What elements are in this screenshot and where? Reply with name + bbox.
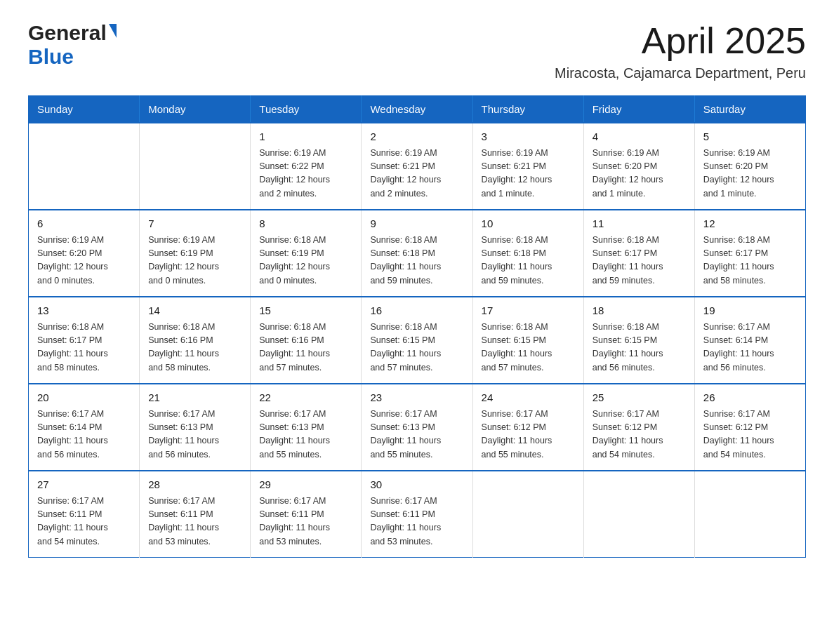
day-info: Sunrise: 6:17 AM Sunset: 6:11 PM Dayligh… [37, 495, 131, 549]
page-header: General Blue April 2025 Miracosta, Cajam… [28, 21, 806, 81]
weekday-header-tuesday: Tuesday [251, 96, 362, 123]
day-number: 17 [482, 303, 575, 319]
calendar-cell [472, 471, 583, 558]
day-number: 19 [703, 303, 797, 319]
calendar-header-row: SundayMondayTuesdayWednesdayThursdayFrid… [29, 96, 806, 123]
day-number: 18 [593, 303, 686, 319]
day-info: Sunrise: 6:19 AM Sunset: 6:19 PM Dayligh… [148, 234, 241, 288]
day-info: Sunrise: 6:18 AM Sunset: 6:17 PM Dayligh… [703, 234, 797, 288]
day-number: 26 [703, 390, 797, 406]
calendar-cell: 27Sunrise: 6:17 AM Sunset: 6:11 PM Dayli… [29, 471, 140, 558]
day-info: Sunrise: 6:17 AM Sunset: 6:11 PM Dayligh… [259, 495, 352, 549]
calendar-cell: 29Sunrise: 6:17 AM Sunset: 6:11 PM Dayli… [251, 471, 362, 558]
day-number: 14 [148, 303, 241, 319]
day-info: Sunrise: 6:17 AM Sunset: 6:11 PM Dayligh… [370, 495, 463, 549]
location-title: Miracosta, Cajamarca Department, Peru [555, 65, 806, 81]
day-info: Sunrise: 6:18 AM Sunset: 6:16 PM Dayligh… [148, 321, 241, 375]
calendar-cell: 28Sunrise: 6:17 AM Sunset: 6:11 PM Dayli… [140, 471, 251, 558]
calendar-cell: 26Sunrise: 6:17 AM Sunset: 6:12 PM Dayli… [694, 384, 805, 471]
day-info: Sunrise: 6:17 AM Sunset: 6:12 PM Dayligh… [482, 408, 575, 462]
day-number: 4 [593, 129, 686, 145]
day-info: Sunrise: 6:19 AM Sunset: 6:20 PM Dayligh… [703, 147, 797, 201]
day-info: Sunrise: 6:18 AM Sunset: 6:15 PM Dayligh… [593, 321, 686, 375]
day-number: 16 [370, 303, 463, 319]
day-number: 9 [370, 216, 463, 232]
logo-arrow-icon [109, 24, 117, 38]
calendar-week-row: 20Sunrise: 6:17 AM Sunset: 6:14 PM Dayli… [29, 384, 806, 471]
day-number: 11 [593, 216, 686, 232]
calendar-week-row: 6Sunrise: 6:19 AM Sunset: 6:20 PM Daylig… [29, 210, 806, 297]
calendar-week-row: 27Sunrise: 6:17 AM Sunset: 6:11 PM Dayli… [29, 471, 806, 558]
day-number: 12 [703, 216, 797, 232]
day-number: 1 [259, 129, 352, 145]
calendar-cell: 21Sunrise: 6:17 AM Sunset: 6:13 PM Dayli… [140, 384, 251, 471]
day-info: Sunrise: 6:17 AM Sunset: 6:14 PM Dayligh… [37, 408, 131, 462]
title-block: April 2025 Miracosta, Cajamarca Departme… [555, 21, 806, 81]
weekday-header-sunday: Sunday [29, 96, 140, 123]
day-info: Sunrise: 6:18 AM Sunset: 6:17 PM Dayligh… [593, 234, 686, 288]
weekday-header-monday: Monday [140, 96, 251, 123]
calendar-cell: 24Sunrise: 6:17 AM Sunset: 6:12 PM Dayli… [472, 384, 583, 471]
calendar-cell: 2Sunrise: 6:19 AM Sunset: 6:21 PM Daylig… [362, 123, 472, 210]
weekday-header-friday: Friday [583, 96, 694, 123]
day-info: Sunrise: 6:17 AM Sunset: 6:14 PM Dayligh… [703, 321, 797, 375]
calendar-cell: 22Sunrise: 6:17 AM Sunset: 6:13 PM Dayli… [251, 384, 362, 471]
calendar-cell: 6Sunrise: 6:19 AM Sunset: 6:20 PM Daylig… [29, 210, 140, 297]
calendar-cell: 4Sunrise: 6:19 AM Sunset: 6:20 PM Daylig… [583, 123, 694, 210]
day-number: 22 [259, 390, 352, 406]
day-number: 20 [37, 390, 131, 406]
day-number: 24 [482, 390, 575, 406]
calendar-cell: 19Sunrise: 6:17 AM Sunset: 6:14 PM Dayli… [694, 297, 805, 384]
day-number: 10 [482, 216, 575, 232]
day-info: Sunrise: 6:18 AM Sunset: 6:18 PM Dayligh… [370, 234, 463, 288]
weekday-header-saturday: Saturday [694, 96, 805, 123]
day-info: Sunrise: 6:19 AM Sunset: 6:22 PM Dayligh… [259, 147, 352, 201]
calendar-week-row: 1Sunrise: 6:19 AM Sunset: 6:22 PM Daylig… [29, 123, 806, 210]
day-info: Sunrise: 6:18 AM Sunset: 6:19 PM Dayligh… [259, 234, 352, 288]
day-info: Sunrise: 6:17 AM Sunset: 6:13 PM Dayligh… [259, 408, 352, 462]
day-info: Sunrise: 6:19 AM Sunset: 6:20 PM Dayligh… [37, 234, 131, 288]
calendar-cell: 9Sunrise: 6:18 AM Sunset: 6:18 PM Daylig… [362, 210, 472, 297]
day-info: Sunrise: 6:17 AM Sunset: 6:12 PM Dayligh… [593, 408, 686, 462]
day-number: 29 [259, 477, 352, 493]
day-info: Sunrise: 6:18 AM Sunset: 6:18 PM Dayligh… [482, 234, 575, 288]
day-info: Sunrise: 6:19 AM Sunset: 6:21 PM Dayligh… [482, 147, 575, 201]
calendar-cell: 16Sunrise: 6:18 AM Sunset: 6:15 PM Dayli… [362, 297, 472, 384]
day-number: 25 [593, 390, 686, 406]
weekday-header-wednesday: Wednesday [362, 96, 472, 123]
day-number: 13 [37, 303, 131, 319]
month-title: April 2025 [555, 21, 806, 61]
day-number: 3 [482, 129, 575, 145]
day-info: Sunrise: 6:17 AM Sunset: 6:13 PM Dayligh… [370, 408, 463, 462]
calendar-cell [29, 123, 140, 210]
logo: General Blue [28, 21, 117, 69]
day-number: 6 [37, 216, 131, 232]
calendar-cell: 14Sunrise: 6:18 AM Sunset: 6:16 PM Dayli… [140, 297, 251, 384]
day-number: 21 [148, 390, 241, 406]
calendar-cell: 13Sunrise: 6:18 AM Sunset: 6:17 PM Dayli… [29, 297, 140, 384]
calendar-cell: 8Sunrise: 6:18 AM Sunset: 6:19 PM Daylig… [251, 210, 362, 297]
day-number: 23 [370, 390, 463, 406]
calendar-cell: 12Sunrise: 6:18 AM Sunset: 6:17 PM Dayli… [694, 210, 805, 297]
calendar-cell: 25Sunrise: 6:17 AM Sunset: 6:12 PM Dayli… [583, 384, 694, 471]
day-number: 8 [259, 216, 352, 232]
calendar-cell: 11Sunrise: 6:18 AM Sunset: 6:17 PM Dayli… [583, 210, 694, 297]
calendar-week-row: 13Sunrise: 6:18 AM Sunset: 6:17 PM Dayli… [29, 297, 806, 384]
calendar-cell: 20Sunrise: 6:17 AM Sunset: 6:14 PM Dayli… [29, 384, 140, 471]
day-number: 7 [148, 216, 241, 232]
calendar-cell: 17Sunrise: 6:18 AM Sunset: 6:15 PM Dayli… [472, 297, 583, 384]
day-number: 28 [148, 477, 241, 493]
weekday-header-thursday: Thursday [472, 96, 583, 123]
calendar-cell: 3Sunrise: 6:19 AM Sunset: 6:21 PM Daylig… [472, 123, 583, 210]
calendar-cell: 1Sunrise: 6:19 AM Sunset: 6:22 PM Daylig… [251, 123, 362, 210]
day-info: Sunrise: 6:17 AM Sunset: 6:13 PM Dayligh… [148, 408, 241, 462]
day-number: 30 [370, 477, 463, 493]
day-info: Sunrise: 6:18 AM Sunset: 6:17 PM Dayligh… [37, 321, 131, 375]
calendar-cell [583, 471, 694, 558]
calendar-cell: 5Sunrise: 6:19 AM Sunset: 6:20 PM Daylig… [694, 123, 805, 210]
calendar-table: SundayMondayTuesdayWednesdayThursdayFrid… [28, 95, 806, 558]
day-number: 15 [259, 303, 352, 319]
calendar-cell [140, 123, 251, 210]
calendar-cell: 18Sunrise: 6:18 AM Sunset: 6:15 PM Dayli… [583, 297, 694, 384]
calendar-cell: 10Sunrise: 6:18 AM Sunset: 6:18 PM Dayli… [472, 210, 583, 297]
